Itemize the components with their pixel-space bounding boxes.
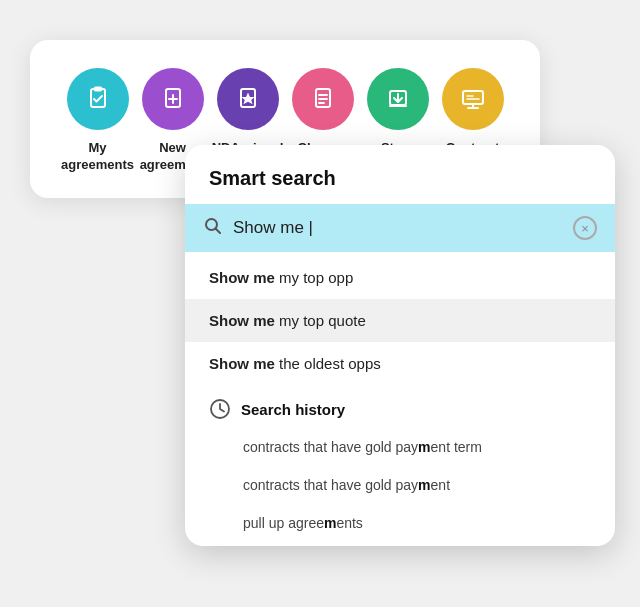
svg-rect-7	[316, 89, 330, 107]
svg-line-20	[216, 229, 221, 234]
history-header: Search history	[185, 385, 615, 428]
search-clear-button[interactable]: ×	[573, 216, 597, 240]
clauses-icon-circle	[292, 68, 354, 130]
history-header-label: Search history	[241, 401, 345, 418]
suggestion-list: Show me my top opp Show me my top quote …	[185, 252, 615, 546]
search-panel-title: Smart search	[185, 145, 615, 204]
history-item[interactable]: pull up agreements	[185, 504, 615, 542]
history-highlight: m	[418, 439, 430, 455]
store-executed-icon-circle	[367, 68, 429, 130]
icon-item-my-agreements[interactable]: My agreements	[60, 68, 135, 174]
suggestion-item[interactable]: Show me my top opp	[185, 256, 615, 299]
search-input[interactable]	[233, 218, 563, 238]
clock-icon	[209, 398, 231, 420]
my-agreements-label: My agreements	[60, 140, 135, 174]
nda-wizard-icon-circle	[217, 68, 279, 130]
history-item[interactable]: contracts that have gold payment term	[185, 428, 615, 466]
my-agreements-icon-circle	[67, 68, 129, 130]
contract-portal-icon-circle	[442, 68, 504, 130]
suggestion-bold: Show me	[209, 269, 275, 286]
svg-rect-0	[91, 89, 105, 107]
suggestion-bold: Show me	[209, 355, 275, 372]
svg-rect-1	[94, 87, 102, 91]
smart-search-panel: Smart search × Show me my top opp Show m…	[185, 145, 615, 546]
suggestion-normal: my top quote	[279, 312, 366, 329]
suggestion-item[interactable]: Show me the oldest opps	[185, 342, 615, 385]
history-highlight: m	[324, 515, 336, 531]
history-item[interactable]: contracts that have gold payment	[185, 466, 615, 504]
suggestion-bold: Show me	[209, 312, 275, 329]
search-icon	[203, 216, 223, 240]
search-input-row: ×	[185, 204, 615, 252]
new-agreement-icon-circle	[142, 68, 204, 130]
clear-icon: ×	[581, 221, 589, 236]
suggestion-normal: my top opp	[279, 269, 353, 286]
suggestion-normal: the oldest opps	[279, 355, 381, 372]
history-highlight: m	[418, 477, 430, 493]
svg-marker-6	[243, 94, 253, 103]
svg-rect-14	[463, 91, 483, 104]
suggestion-item-highlighted[interactable]: Show me my top quote	[185, 299, 615, 342]
